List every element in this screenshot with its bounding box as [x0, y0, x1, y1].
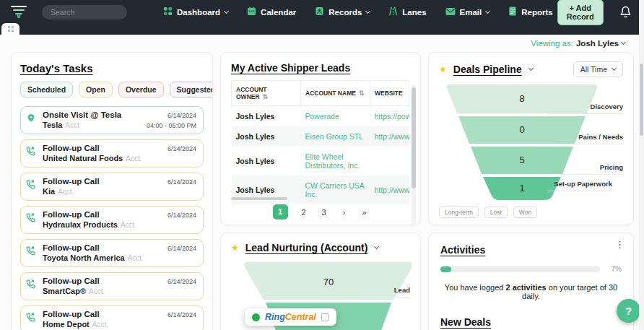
status-dot-icon	[252, 313, 260, 321]
phone-icon	[26, 277, 38, 295]
task-filters: ScheduledOpenOverdueSuggested	[20, 82, 204, 97]
ringcentral-brand-part1: Ring	[265, 312, 285, 322]
top-navbar: DashboardCalendarRecordsLanesEmailReport…	[0, 0, 644, 35]
table-pagination: 123›»	[221, 204, 420, 220]
map-pin-icon	[26, 110, 38, 129]
notifications-bell-icon[interactable]	[619, 6, 632, 18]
column-header-website[interactable]: WEBSITE	[370, 81, 409, 106]
task-row: Follow-up Call6/14/2024	[43, 277, 196, 285]
task-account: United Natural FoodsAcct.	[43, 154, 142, 162]
task-account: Toyota North AmericaAcct.	[43, 253, 144, 262]
cell-account-name-link[interactable]: Elite Wheel Distributors, Inc.	[301, 147, 370, 175]
active-shipper-leads-card: My Active Shipper Leads ACCOUNT OWNER⇅AC…	[220, 52, 421, 225]
task-row: Toyota North AmericaAcct.	[43, 252, 196, 262]
task-body: Follow-up Call6/14/2024KiaAcct.	[43, 177, 196, 196]
chevron-down-icon[interactable]	[374, 244, 379, 249]
column-header-account-owner[interactable]: ACCOUNT OWNER⇅	[232, 81, 301, 106]
nav-item-email[interactable]: Email	[445, 7, 490, 17]
table-row[interactable]: Josh LylesElite Wheel Distributors, Inc.	[232, 147, 409, 175]
task-title: Onsite Visit @ Tesla	[43, 110, 121, 119]
task-card[interactable]: Follow-up Call6/14/2024KiaAcct.	[20, 173, 204, 201]
cell-website-link[interactable]: http://www.ei	[370, 126, 409, 147]
time-filter-value: All Time	[580, 65, 607, 74]
table-row[interactable]: Josh LylesPoweradehttps://power	[232, 106, 409, 127]
phone-icon	[26, 144, 38, 162]
nav-item-records[interactable]: Records	[315, 6, 370, 17]
pagination-page-»[interactable]: »	[360, 208, 369, 217]
nav-item-lanes[interactable]: Lanes	[388, 6, 426, 17]
chevron-down-icon	[485, 8, 490, 13]
checkbox-icon[interactable]	[321, 313, 329, 321]
dashboard-tab[interactable]	[1, 23, 19, 35]
time-filter-dropdown[interactable]: All Time	[573, 61, 623, 77]
nav-item-calendar[interactable]: Calendar	[247, 6, 296, 17]
table-row[interactable]: Josh LylesCW Carriers USA Inc.http://www…	[232, 175, 409, 204]
task-title: Follow-up Call	[43, 243, 100, 252]
search-input[interactable]	[42, 5, 127, 19]
task-title: Follow-up Call	[43, 277, 100, 285]
task-row: SmartCap®Acct.	[43, 285, 196, 295]
task-account-name: Hydraulax Products	[43, 220, 118, 229]
sort-icon[interactable]: ⇅	[263, 93, 269, 100]
task-card[interactable]: Follow-up Call6/14/2024Toyota North Amer…	[20, 239, 204, 267]
pagination-page-1[interactable]: 1	[273, 204, 288, 220]
task-card[interactable]: Follow-up Call6/14/2024SmartCap®Acct.	[20, 272, 204, 300]
cell-account-owner: Josh Lyles	[232, 147, 301, 175]
task-card[interactable]: Follow-up Call6/14/2024Hydraulax Product…	[20, 206, 204, 234]
email-icon	[445, 7, 456, 17]
task-date: 6/14/2024	[167, 112, 196, 119]
task-filter-overdue[interactable]: Overdue	[118, 82, 164, 97]
task-account: TeslaAcct	[43, 121, 79, 129]
viewing-as[interactable]: Viewing as: Josh Lyles	[531, 39, 625, 48]
task-date: 6/14/2024	[167, 212, 196, 219]
sort-icon[interactable]: ⇅	[359, 90, 365, 97]
cell-website-link[interactable]: http://www.cw	[370, 175, 409, 204]
chevron-down-icon[interactable]	[528, 66, 534, 71]
pipeline-chip-long-term[interactable]: Long-term	[439, 207, 479, 218]
pagination-page-2[interactable]: 2	[300, 208, 308, 217]
salesdash-funnel-logo[interactable]	[10, 3, 27, 22]
deals-pipeline-card: ★ Deals Pipeline All Time 8 0 5 1	[428, 52, 634, 225]
task-body: Follow-up Call6/14/2024United Natural Fo…	[43, 144, 196, 162]
task-date: 6/14/2024	[167, 311, 196, 318]
task-filter-open[interactable]: Open	[79, 82, 113, 97]
table-row[interactable]: Josh LylesEisen Group STLhttp://www.ei	[232, 126, 409, 147]
nav-item-reports[interactable]: Reports	[508, 6, 552, 17]
task-account-name: Tesla	[43, 121, 62, 129]
page-scrollbar[interactable]	[639, 0, 644, 330]
nav-item-label: Email	[460, 8, 482, 17]
star-icon: ★	[231, 243, 239, 253]
pagination-page-›[interactable]: ›	[340, 208, 349, 217]
task-row: Follow-up Call6/14/2024	[43, 310, 196, 318]
pipeline-chip-won[interactable]: Won	[513, 207, 537, 218]
activities-message: You have logged 2 activities on your tar…	[440, 283, 622, 300]
task-card[interactable]: Follow-up Call6/14/2024Home DepotAcct.	[20, 305, 204, 330]
nav-item-dashboard[interactable]: Dashboard	[163, 6, 228, 17]
table-horizontal-scrollbar[interactable]	[231, 197, 287, 200]
cell-website-link[interactable]	[370, 147, 409, 175]
column-header-account-name[interactable]: ACCOUNT NAME⇅	[301, 81, 370, 106]
todays-tasks-card: Today's Tasks ScheduledOpenOverdueSugges…	[11, 52, 213, 330]
leads-table: ACCOUNT OWNER⇅ACCOUNT NAME⇅WEBSITE Josh …	[231, 80, 409, 204]
cell-account-name-link[interactable]: CW Carriers USA Inc.	[301, 175, 370, 204]
cell-website-link[interactable]: https://power	[370, 106, 409, 127]
help-button[interactable]: ?	[617, 299, 640, 323]
task-card[interactable]: Onsite Visit @ Tesla6/14/2024TeslaAcct04…	[20, 106, 204, 134]
cell-account-name-link[interactable]: Powerade	[301, 106, 370, 127]
kebab-menu-icon[interactable]: ⋮	[615, 239, 625, 250]
task-account: KiaAcct.	[43, 187, 74, 196]
add-record-button[interactable]: + Add Record	[557, 0, 604, 25]
task-date: 6/14/2024	[167, 245, 196, 252]
task-card[interactable]: Follow-up Call6/14/2024United Natural Fo…	[20, 139, 204, 168]
nav-item-label: Dashboard	[177, 8, 220, 17]
task-row: Onsite Visit @ Tesla6/14/2024	[43, 110, 196, 119]
pagination-page-3[interactable]: 3	[320, 208, 328, 217]
task-filter-suggested[interactable]: Suggested	[170, 82, 213, 97]
pipeline-chip-lost[interactable]: Lost	[484, 207, 508, 218]
chevron-down-icon	[621, 40, 626, 45]
task-filter-scheduled[interactable]: Scheduled	[20, 82, 73, 97]
task-body: Follow-up Call6/14/2024Home DepotAcct.	[43, 310, 196, 329]
cell-account-name-link[interactable]: Eisen Group STL	[301, 126, 370, 147]
ringcentral-widget[interactable]: RingCentral	[245, 308, 336, 326]
pipeline-status-chips: Long-termLostWon	[439, 207, 537, 218]
